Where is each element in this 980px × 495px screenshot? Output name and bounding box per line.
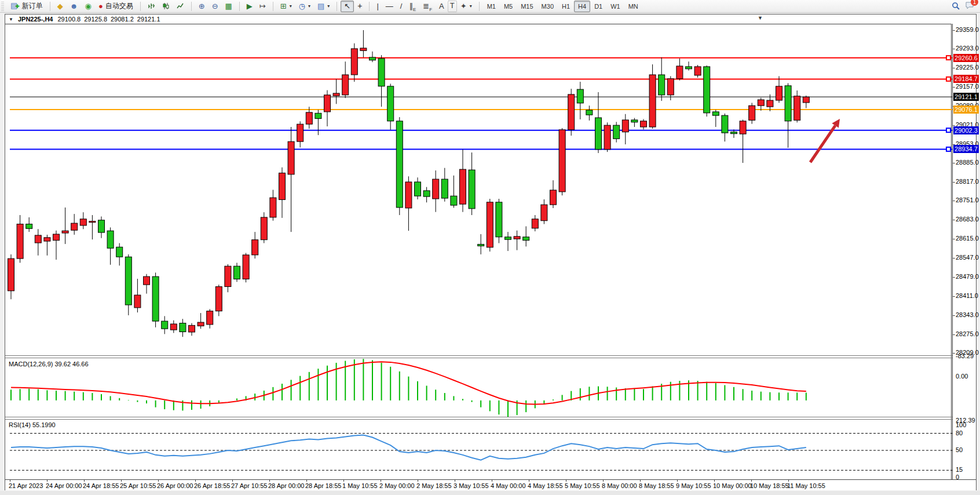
timeframe-m1[interactable]: M1	[483, 1, 500, 12]
price-axis-label: 0.00	[956, 373, 968, 380]
macd-histogram-layer	[11, 359, 806, 417]
notifications-button[interactable]: 1	[965, 1, 974, 12]
trendline-tool-icon[interactable]: /	[397, 1, 406, 12]
axis-tick-mark	[953, 163, 955, 163]
time-axis-label: 24 Apr 00:00	[46, 482, 82, 489]
bar-chart-icon[interactable]	[144, 1, 159, 12]
notification-badge: 1	[971, 0, 978, 6]
timeframe-h4[interactable]: H4	[574, 1, 590, 12]
time-axis-label: 3 May 10:55	[454, 482, 489, 489]
axis-tick-mark	[953, 277, 955, 278]
time-axis-label: 21 Apr 2023	[9, 482, 43, 489]
time-tick-mark	[158, 480, 159, 482]
timeframe-m15[interactable]: M15	[517, 1, 537, 12]
timeframe-h1[interactable]: H1	[558, 1, 574, 12]
arrow-annotation	[810, 119, 840, 162]
timeframe-m5[interactable]: M5	[500, 1, 517, 12]
dropdown-arrow-icon: ▾	[327, 3, 330, 9]
indicators-icon: ⊞	[280, 2, 287, 10]
status-strip	[0, 491, 980, 495]
collapse-panel-icon[interactable]: ▼	[9, 17, 13, 22]
zoom-in-icon[interactable]: ⊕	[195, 1, 209, 12]
label-tool-icon[interactable]: T	[448, 1, 457, 12]
timeframe-mn[interactable]: MN	[624, 1, 642, 12]
ohlc-low-value: 29081.2	[111, 16, 134, 23]
time-tick-mark	[418, 480, 418, 482]
price-axis-label: 28817.0	[956, 178, 979, 185]
candlestick-icon[interactable]	[159, 1, 173, 12]
time-tick-mark	[195, 480, 196, 482]
price-axis[interactable]: 29359.029293.029225.029157.029089.029021…	[952, 24, 976, 479]
cursor-tool-icon[interactable]: ↖	[341, 1, 354, 12]
market-watch-icon[interactable]: ◆	[54, 1, 67, 12]
time-axis-label: 24 Apr 18:55	[83, 482, 119, 489]
shapes-tool-button[interactable]: ✦▾	[457, 1, 476, 12]
time-axis[interactable]: 21 Apr 202324 Apr 00:0024 Apr 18:5525 Ap…	[5, 479, 976, 490]
price-axis-label: 28751.0	[956, 196, 979, 203]
price-line-badge: 29260.6	[953, 54, 979, 62]
price-panel[interactable]	[10, 24, 957, 355]
panel-separator[interactable]	[5, 417, 976, 417]
vertical-line-tool-icon[interactable]: |	[373, 1, 382, 12]
clock-icon: ◷	[299, 2, 305, 10]
price-axis-label: 29293.0	[956, 45, 979, 52]
timeframe-w1[interactable]: W1	[606, 1, 624, 12]
price-line-badge: 29121.1	[953, 93, 979, 101]
axis-tick-mark	[953, 334, 955, 335]
time-axis-label: 4 May 18:55	[528, 482, 563, 489]
rsi-indicator-label: RSI(14) 55.1990	[9, 421, 56, 428]
autotrade-button[interactable]: ● 自动交易	[95, 1, 137, 12]
axis-tick-mark	[953, 353, 955, 354]
template-icon: ▤	[317, 2, 324, 10]
axis-tick-mark	[953, 315, 955, 316]
price-axis-label: 50	[956, 446, 963, 453]
timeframe-d1[interactable]: D1	[590, 1, 606, 12]
candles-layer	[8, 30, 810, 337]
autoscroll-icon[interactable]: ▶	[243, 1, 256, 12]
rsi-panel[interactable]	[10, 422, 957, 479]
line-chart-icon[interactable]	[173, 1, 188, 12]
ohlc-close-value: 29121.1	[137, 16, 160, 23]
dropdown-arrow-icon: ▾	[470, 3, 472, 9]
profile-icon[interactable]: ☻	[67, 1, 82, 12]
crosshair-tool-icon[interactable]: +	[354, 1, 365, 12]
periods-button[interactable]: ◷▾	[295, 1, 314, 12]
horizontal-line-tool-icon[interactable]: —	[382, 1, 397, 12]
signal-icon[interactable]: ◉	[82, 1, 95, 12]
new-order-button[interactable]: ▤✚ 新订单	[7, 1, 46, 12]
chart-shift-icon[interactable]: ↦	[256, 1, 269, 12]
panel-separator[interactable]	[5, 355, 976, 356]
macd-panel[interactable]	[10, 359, 957, 417]
chart-info-bar: ▼ JPN225-,H4 29100.8 29125.8 29081.2 291…	[5, 14, 976, 24]
time-axis-label: 2 May 00:00	[379, 482, 415, 489]
time-axis-label: 26 Apr 00:00	[157, 482, 193, 489]
panel-separator	[5, 419, 976, 420]
symbol-period-label: JPN225-,H4	[18, 16, 53, 23]
price-line-badge: 29002.3	[953, 126, 979, 134]
time-tick-mark	[121, 480, 122, 482]
channel-tool-icon[interactable]: ∥E	[405, 1, 419, 12]
templates-button[interactable]: ▤▾	[314, 1, 333, 12]
price-axis-label: -83.29	[956, 352, 974, 359]
time-tick-mark	[603, 480, 604, 482]
price-axis-label: 29225.0	[956, 64, 979, 71]
axis-tick-mark	[953, 220, 955, 220]
time-axis-label: 4 May 00:00	[491, 482, 526, 489]
time-axis-label: 8 May 18:55	[639, 482, 674, 489]
indicators-button[interactable]: ⊞▾	[277, 1, 295, 12]
price-axis-label: 100	[956, 421, 966, 428]
time-axis-label: 8 May 00:00	[602, 482, 637, 489]
search-icon[interactable]	[952, 2, 960, 10]
tile-windows-icon[interactable]: ▦	[222, 1, 236, 12]
fibonacci-tool-icon[interactable]: ≣F	[419, 1, 436, 12]
axis-tick-mark	[953, 144, 955, 145]
axis-tick-mark	[953, 182, 955, 183]
text-tool-icon[interactable]: A	[436, 1, 448, 12]
timeframe-m30[interactable]: M30	[537, 1, 558, 12]
axis-tick-mark	[953, 239, 955, 239]
chart-window: ▼ JPN225-,H4 29100.8 29125.8 29081.2 291…	[5, 14, 977, 490]
time-tick-mark	[492, 480, 492, 482]
time-axis-label: 10 May 18:55	[750, 482, 789, 489]
chart-shift-marker[interactable]: ▼	[758, 15, 763, 21]
zoom-out-icon[interactable]: ⊖	[209, 1, 222, 12]
